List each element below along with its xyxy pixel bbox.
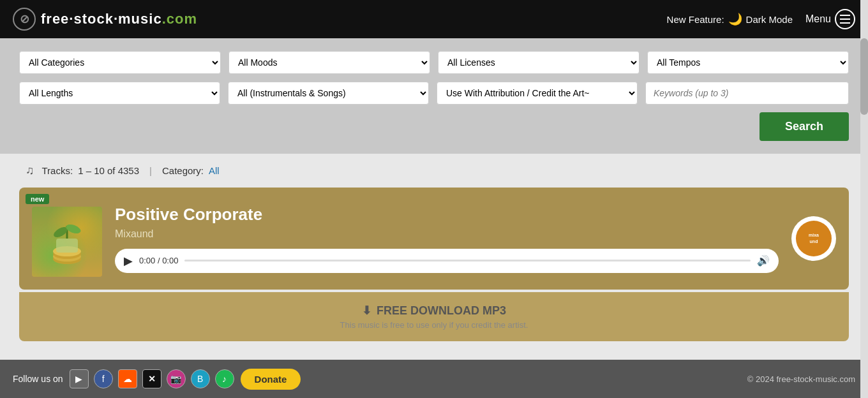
artist-logo-inner: mixa und — [796, 221, 832, 256]
header-right: New Feature: 🌙 Dark Mode Menu — [667, 9, 855, 29]
logo[interactable]: ⊘ free·stock·music.com — [13, 8, 197, 31]
donate-button[interactable]: Donate — [241, 369, 301, 390]
play-button[interactable]: ▶ — [124, 254, 133, 268]
svg-rect-8 — [798, 223, 830, 254]
scrollbar[interactable] — [860, 0, 868, 398]
new-badge: new — [26, 194, 49, 204]
download-icon: ⬇ — [362, 304, 371, 318]
new-feature-label: New Feature: 🌙 Dark Mode — [667, 12, 793, 26]
youtube-icon[interactable]: ▶ — [70, 369, 89, 388]
scrollbar-thumb[interactable] — [860, 38, 868, 115]
menu-icon — [835, 9, 855, 29]
download-bar: ⬇ FREE DOWNLOAD MP3 This music is free t… — [19, 292, 849, 341]
track-thumb-svg — [38, 213, 96, 270]
svg-text:und: und — [810, 239, 818, 244]
moods-select[interactable]: All Moods — [228, 51, 430, 74]
social-icons: ▶ f ☁ ✕ 📷 B ♪ — [70, 369, 234, 388]
types-select[interactable]: All (Instrumentals & Songs) — [228, 82, 429, 105]
time-display: 0:00 / 0:00 — [139, 256, 178, 265]
usage-select[interactable]: Use With Attribution / Credit the Art~ — [437, 82, 638, 105]
category-label: Category: — [162, 165, 204, 176]
menu-button[interactable]: Menu — [805, 9, 855, 29]
moon-icon: 🌙 — [728, 12, 742, 26]
header: ⊘ free·stock·music.com New Feature: 🌙 Da… — [0, 0, 868, 38]
bandcamp-icon[interactable]: B — [191, 369, 210, 388]
svg-rect-4 — [56, 239, 78, 253]
progress-bar[interactable] — [184, 260, 751, 262]
categories-select[interactable]: All Categories — [19, 51, 221, 74]
facebook-icon[interactable]: f — [94, 369, 113, 388]
artist-logo: mixa und — [791, 216, 836, 261]
licenses-select[interactable]: All Licenses — [438, 51, 640, 74]
filter-row-2: All Lengths All (Instrumentals & Songs) … — [19, 82, 849, 105]
footer-copyright: © 2024 free-stock-music.com — [747, 374, 855, 384]
volume-icon: 🔊 — [757, 254, 770, 267]
instagram-icon[interactable]: 📷 — [167, 369, 186, 388]
follow-label: Follow us on — [13, 374, 63, 384]
logo-icon: ⊘ — [13, 8, 36, 31]
tracks-range: 1 – 10 of 4353 — [78, 165, 139, 176]
footer: Follow us on ▶ f ☁ ✕ 📷 B ♪ Donate © 2024… — [0, 360, 868, 398]
twitter-x-icon[interactable]: ✕ — [142, 369, 161, 388]
footer-left: Follow us on ▶ f ☁ ✕ 📷 B ♪ Donate — [13, 369, 301, 390]
filter-row-1: All Categories All Moods All Licenses Al… — [19, 51, 849, 74]
search-button[interactable]: Search — [760, 112, 849, 141]
soundcloud-icon[interactable]: ☁ — [118, 369, 137, 388]
download-button[interactable]: ⬇ FREE DOWNLOAD MP3 — [31, 304, 837, 318]
mixaund-icon: mixa und — [798, 223, 830, 254]
keywords-input[interactable] — [645, 82, 849, 105]
svg-text:mixa: mixa — [809, 233, 819, 237]
main-content: new Po — [0, 188, 868, 341]
search-row: Search — [19, 112, 849, 141]
logo-text: free·stock·music.com — [41, 11, 197, 27]
filter-area: All Categories All Moods All Licenses Al… — [0, 38, 868, 154]
lengths-select[interactable]: All Lengths — [19, 82, 220, 105]
audio-player: ▶ 0:00 / 0:00 🔊 — [115, 249, 779, 273]
track-artist: Mixaund — [115, 228, 779, 240]
divider: | — [149, 165, 152, 176]
download-subtitle: This music is free to use only if you cr… — [31, 320, 837, 330]
tempos-select[interactable]: All Tempos — [647, 51, 849, 74]
category-all-link[interactable]: All — [209, 165, 220, 176]
spotify-icon[interactable]: ♪ — [215, 369, 234, 388]
music-note-icon: ♫ — [26, 164, 34, 177]
track-thumbnail — [32, 207, 102, 277]
tracks-label: Tracks: — [42, 165, 73, 176]
track-title: Positive Corporate — [115, 205, 779, 225]
track-info: Positive Corporate Mixaund ▶ 0:00 / 0:00… — [115, 205, 779, 273]
music-card: new Po — [19, 188, 849, 290]
tracks-bar: ♫ Tracks: 1 – 10 of 4353 | Category: All — [0, 154, 868, 188]
